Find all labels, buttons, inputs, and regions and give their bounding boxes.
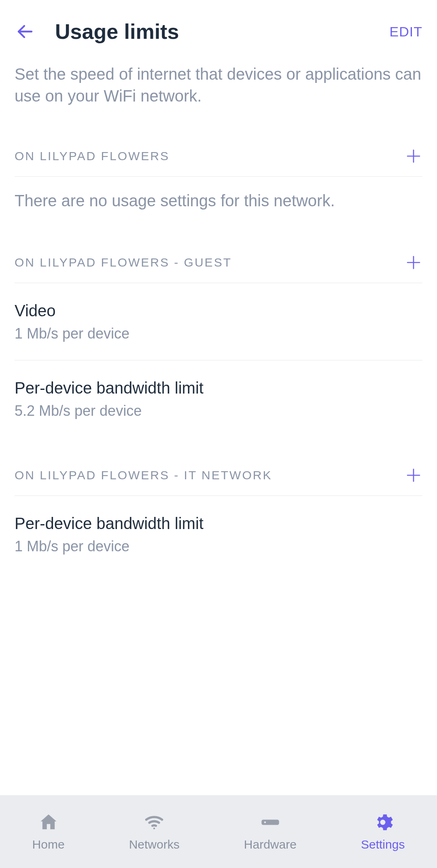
section-header-1: ON LILYPAD FLOWERS - GUEST xyxy=(0,237,437,283)
section-label: ON LILYPAD FLOWERS - IT NETWORK xyxy=(15,468,272,482)
wifi-icon xyxy=(142,812,166,833)
add-button[interactable] xyxy=(405,466,422,484)
nav-label: Home xyxy=(32,838,65,851)
section-label: ON LILYPAD FLOWERS - GUEST xyxy=(15,256,232,269)
back-arrow-icon[interactable] xyxy=(15,21,36,42)
nav-label: Networks xyxy=(129,838,180,851)
limit-value: 1 Mb/s per device xyxy=(15,538,422,555)
nav-home[interactable]: Home xyxy=(21,805,76,858)
limit-value: 1 Mb/s per device xyxy=(15,325,422,342)
page-subtitle: Set the speed of internet that devices o… xyxy=(0,53,437,131)
limit-item[interactable]: Per-device bandwidth limit 1 Mb/s per de… xyxy=(0,496,437,573)
gear-icon xyxy=(371,812,395,833)
edit-button[interactable]: EDIT xyxy=(390,24,422,40)
nav-label: Settings xyxy=(361,838,405,851)
limit-title: Per-device bandwidth limit xyxy=(15,378,225,398)
limit-item[interactable]: Video 1 Mb/s per device xyxy=(0,283,437,360)
section-header-0: ON LILYPAD FLOWERS xyxy=(0,131,437,176)
hardware-icon xyxy=(258,812,282,833)
nav-hardware[interactable]: Hardware xyxy=(233,805,308,858)
nav-settings[interactable]: Settings xyxy=(350,805,416,858)
empty-message: There are no usage settings for this net… xyxy=(0,177,437,237)
add-button[interactable] xyxy=(405,147,422,165)
bottom-nav: Home Networks Hardware Set xyxy=(0,795,437,868)
svg-point-7 xyxy=(153,828,155,829)
section-header-2: ON LILYPAD FLOWERS - IT NETWORK xyxy=(0,437,437,495)
svg-rect-8 xyxy=(261,820,279,825)
limit-value: 5.2 Mb/s per device xyxy=(15,402,422,419)
svg-point-9 xyxy=(264,821,266,823)
nav-networks[interactable]: Networks xyxy=(118,805,191,858)
limit-title: Video xyxy=(15,301,225,320)
svg-point-10 xyxy=(380,820,386,825)
section-label: ON LILYPAD FLOWERS xyxy=(15,149,170,163)
page-title: Usage limits xyxy=(55,19,370,44)
limit-title: Per-device bandwidth limit xyxy=(15,514,225,533)
add-button[interactable] xyxy=(405,254,422,271)
limit-item[interactable]: Per-device bandwidth limit 5.2 Mb/s per … xyxy=(0,360,437,437)
header: Usage limits EDIT xyxy=(0,0,437,53)
nav-label: Hardware xyxy=(244,838,297,851)
home-icon xyxy=(36,812,61,833)
